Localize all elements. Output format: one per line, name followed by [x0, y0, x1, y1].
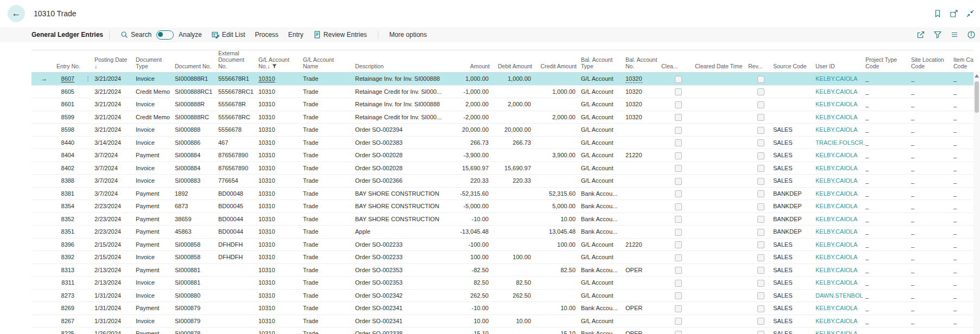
cell-gl-account-no[interactable]: 10310 — [258, 239, 303, 251]
cell-entry-no[interactable]: 8388 — [56, 175, 81, 187]
cell-credit-amount[interactable]: 82.50 — [536, 264, 581, 276]
cell-gl-account-no[interactable]: 10310 — [258, 226, 303, 237]
cell-posting-date[interactable]: 3/21/2024 — [94, 98, 136, 110]
cell-reversed[interactable] — [748, 239, 773, 251]
cell-source-code[interactable]: SALES — [773, 290, 815, 301]
cell-bal-account-no[interactable]: 10320 — [625, 111, 661, 123]
cell-entry-no[interactable]: 8392 — [56, 251, 81, 263]
edit-list-button[interactable]: Edit List — [207, 31, 250, 38]
cell-credit-amount[interactable]: 100.00 — [536, 239, 581, 251]
cell-description[interactable]: Order SO-002342 — [355, 290, 453, 301]
cell-cleared[interactable] — [661, 73, 695, 85]
cell-source-code[interactable]: SALES — [773, 162, 815, 174]
cell-document-no[interactable]: SI000888R1 — [175, 73, 218, 85]
cell-external-document-no[interactable]: DFHDFH — [218, 239, 258, 251]
cell-entry-no[interactable]: 8599 — [56, 111, 81, 123]
col-bal-account-type[interactable]: Bal. AccountType — [581, 56, 625, 72]
cell-cleared[interactable] — [661, 239, 695, 251]
cell-entry-no[interactable]: 8351 — [56, 226, 81, 237]
reversed-checkbox[interactable] — [757, 88, 764, 95]
cell-site-location-code[interactable]: _ — [911, 162, 953, 174]
cell-project-type-code[interactable]: _ — [865, 98, 911, 110]
cell-amount[interactable]: 1,000.00 — [453, 73, 494, 85]
cell-amount[interactable]: -2,000.00 — [453, 111, 494, 123]
cell-document-no[interactable]: SI000880 — [175, 290, 218, 301]
cell-gl-account-no[interactable]: 10310 — [258, 315, 303, 327]
table-row[interactable]: 82691/31/2024PaymentSI00087910310TradeOr… — [31, 302, 973, 315]
cell-document-no[interactable]: SI000881 — [175, 277, 218, 288]
cell-posting-date[interactable]: 3/14/2024 — [94, 137, 136, 149]
cell-posting-date[interactable]: 2/15/2024 — [94, 251, 136, 263]
cell-document-no[interactable]: SI000879 — [175, 302, 218, 314]
cell-description[interactable]: Retainage Credit for Inv. SI000... — [355, 111, 453, 123]
cell-bal-account-no[interactable]: 10320 — [625, 86, 661, 98]
cell-item-category-code[interactable]: _ — [953, 188, 973, 200]
cell-posting-date[interactable]: 3/7/2024 — [94, 162, 136, 174]
cell-item-category-code[interactable]: _ — [953, 86, 973, 98]
table-row[interactable]: 83962/15/2024PaymentSI000858DFHDFH10310T… — [31, 239, 973, 252]
cell-entry-no[interactable]: 8273 — [56, 290, 81, 301]
cell-document-no[interactable]: 1892 — [175, 188, 218, 200]
cell-cleared[interactable] — [661, 175, 695, 187]
cell-cleared[interactable] — [661, 124, 695, 136]
cell-document-type[interactable]: Credit Memo — [136, 86, 175, 98]
cell-debit-amount[interactable]: 266.73 — [494, 137, 536, 149]
cell-posting-date[interactable]: 3/21/2024 — [94, 111, 136, 123]
cell-site-location-code[interactable]: _ — [911, 302, 953, 314]
cell-project-type-code[interactable]: _ — [865, 239, 911, 251]
cell-item-category-code[interactable]: _ — [953, 302, 973, 314]
cell-credit-amount[interactable]: 10.00 — [536, 213, 581, 225]
cell-item-category-code[interactable]: _ — [953, 124, 973, 136]
table-row[interactable]: 84403/14/2024InvoiceSI00088646710310Trad… — [31, 137, 973, 150]
cell-reversed[interactable] — [748, 188, 773, 200]
cell-user-id[interactable]: KELBY.CAIOLA — [815, 200, 865, 212]
search-button[interactable]: Search — [116, 31, 156, 38]
cell-reversed[interactable] — [748, 137, 773, 149]
cell-posting-date[interactable]: 3/21/2024 — [94, 73, 136, 85]
cell-posting-date[interactable]: 3/21/2024 — [94, 86, 136, 98]
cell-gl-account-name[interactable]: Trade — [303, 327, 355, 334]
cell-document-type[interactable]: Payment — [136, 149, 175, 161]
cell-site-location-code[interactable]: _ — [911, 277, 953, 288]
cell-source-code[interactable]: BANKDEP — [773, 213, 815, 225]
cell-cleared[interactable] — [661, 264, 695, 276]
cell-bal-account-type[interactable]: G/L Account — [581, 98, 625, 110]
reversed-checkbox[interactable] — [757, 267, 764, 274]
cell-amount[interactable]: 20,000.00 — [453, 124, 494, 136]
col-entry-no[interactable]: Entry No. — [56, 63, 81, 72]
cell-item-category-code[interactable]: _ — [953, 239, 973, 251]
table-row[interactable]: 83512/23/2024Payment45863BD0004410310Tra… — [31, 226, 973, 239]
cell-description[interactable]: Order SO-002233 — [355, 251, 453, 263]
col-cleared[interactable]: Clea... — [661, 63, 695, 72]
cell-external-document-no[interactable]: BD00044 — [218, 226, 258, 237]
back-button[interactable]: ← — [8, 5, 25, 22]
open-in-new-window-icon[interactable] — [950, 9, 958, 18]
cell-bal-account-no[interactable]: OPER — [625, 327, 661, 334]
cell-gl-account-name[interactable]: Trade — [303, 226, 355, 237]
cell-gl-account-no[interactable]: 10310 — [258, 137, 303, 149]
cleared-checkbox[interactable] — [675, 229, 682, 236]
cell-reversed[interactable] — [748, 200, 773, 212]
process-menu[interactable]: Process — [250, 31, 283, 38]
cell-entry-no[interactable]: 8352 — [56, 213, 81, 225]
cell-entry-no[interactable]: 8313 — [56, 264, 81, 276]
col-document-no[interactable]: Document No. — [175, 63, 218, 72]
cleared-checkbox[interactable] — [675, 127, 682, 134]
cleared-checkbox[interactable] — [675, 88, 682, 95]
cell-description[interactable]: Retainage Credit for Inv. SI000... — [355, 86, 453, 98]
cell-document-type[interactable]: Invoice — [136, 277, 175, 288]
cell-credit-amount[interactable]: 1,000.00 — [536, 86, 581, 98]
cell-reversed[interactable] — [748, 149, 773, 161]
cleared-checkbox[interactable] — [675, 101, 682, 108]
cell-bal-account-type[interactable]: Bank Accou... — [581, 226, 625, 237]
cell-user-id[interactable]: KELBY.CAIOLA — [815, 315, 865, 327]
col-amount[interactable]: Amount — [453, 63, 494, 72]
cell-amount[interactable]: -13,045.48 — [453, 226, 494, 237]
cell-item-category-code[interactable]: _ — [953, 98, 973, 110]
cell-posting-date[interactable]: 3/7/2024 — [94, 149, 136, 161]
cell-amount[interactable]: -15.10 — [453, 327, 494, 334]
scroll-up-arrow-icon[interactable] — [975, 74, 979, 78]
cell-document-type[interactable]: Invoice — [136, 137, 175, 149]
cell-site-location-code[interactable]: _ — [911, 226, 953, 237]
cell-document-type[interactable]: Payment — [136, 264, 175, 276]
